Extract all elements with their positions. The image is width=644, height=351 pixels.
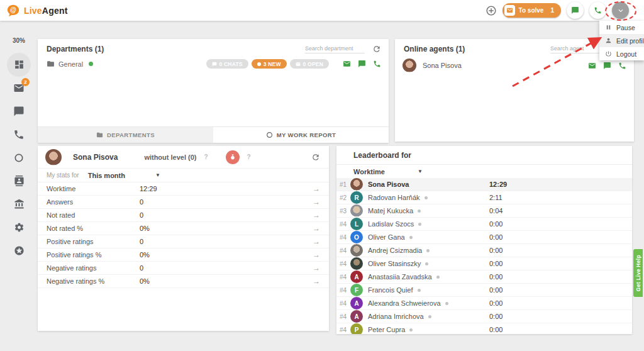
agent-avatar (350, 204, 363, 217)
sidebar-item-settings[interactable] (0, 216, 38, 239)
refresh-icon[interactable] (372, 45, 381, 53)
chats-chip: 0 CHATS (206, 59, 248, 69)
liveagent-logo[interactable]: @ LiveAgent (6, 4, 68, 18)
rank-label: #4 (340, 234, 350, 241)
stat-label: Not rated % (47, 225, 140, 232)
stats-for-label: My stats for (47, 172, 79, 179)
profile-menu-button[interactable] (612, 2, 629, 19)
stat-label: Not rated (47, 211, 140, 219)
worktime-value: 0:04 (489, 207, 502, 214)
worktime-value: 0:00 (489, 299, 502, 307)
help-icon[interactable]: ? (204, 153, 208, 160)
leaderboard-row: #4 L Ladislav Szocs 0:00 (336, 218, 632, 231)
agent-name: Oliver Stasinszky (368, 260, 421, 267)
metric-select[interactable]: Worktime (353, 168, 385, 176)
liveagent-dashboard: @ LiveAgent To solve 1 (0, 0, 644, 351)
worktime-value: 0:00 (489, 313, 502, 320)
stat-row[interactable]: Answers 0 → (38, 196, 329, 209)
stat-row[interactable]: Positive ratings 0 → (38, 235, 329, 248)
leaderboard-panel: Leaderboard for Worktime ▼ #1 Sona Pisov… (336, 146, 632, 334)
stat-value: 0 (140, 264, 313, 272)
search-department-input[interactable] (305, 44, 365, 53)
menu-item-edit-profile[interactable]: Edit profile (599, 34, 644, 47)
rank-label: #4 (340, 247, 350, 254)
sidebar-item-tickets[interactable]: 2 (0, 76, 38, 99)
worktime-value: 2:11 (489, 194, 502, 201)
menu-item-pause[interactable]: Pause (599, 21, 644, 34)
leaderboard-row: #4 F Francois Quief 0:00 (336, 284, 632, 297)
sidebar-item-contacts[interactable] (0, 169, 38, 192)
stat-value: 12:29 (140, 185, 313, 192)
sidebar-item-calls[interactable] (0, 123, 38, 146)
phone-icon[interactable] (373, 60, 381, 68)
usage-indicator: 30% (13, 37, 25, 44)
avatar (45, 149, 62, 165)
stat-value: 0% (140, 251, 313, 259)
stat-row[interactable]: Negative ratings 0 → (38, 262, 329, 275)
dot-icon (257, 62, 261, 66)
mail-icon[interactable] (588, 62, 596, 70)
department-row[interactable]: General 0 CHATS 3 NEW 0 OPEN (38, 56, 389, 72)
menu-item-logout[interactable]: Logout (599, 47, 644, 60)
stats-list: Worktime 12:29 → Answers 0 → Not rated 0… (38, 182, 329, 288)
bank-icon (7, 192, 31, 216)
agent-name: Andrej Csizmadia (368, 247, 422, 254)
rank-label: #4 (340, 260, 350, 267)
worktime-value: 0:00 (489, 233, 502, 241)
worktime-value: 0:00 (489, 247, 502, 254)
stat-label: Answers (47, 198, 140, 206)
status-dot (418, 209, 421, 213)
agent-avatar (350, 178, 363, 191)
to-solve-button[interactable]: To solve 1 (502, 3, 561, 18)
rank-label: #3 (340, 208, 350, 214)
sidebar-item-chats[interactable] (0, 99, 38, 123)
arrow-right-icon: → (313, 250, 320, 259)
agent-avatar: A (350, 297, 363, 309)
stat-row[interactable]: Positive ratings % 0% → (38, 248, 329, 262)
sidebar-item-billing[interactable] (0, 192, 38, 216)
stat-row[interactable]: Negative ratings % 0% → (38, 275, 329, 288)
stat-row[interactable]: Worktime 12:29 → (38, 182, 329, 196)
worktime-value: 0:00 (489, 220, 502, 228)
status-dot (418, 289, 421, 292)
phone-icon[interactable] (618, 62, 626, 70)
to-solve-label: To solve (519, 7, 544, 14)
stat-row[interactable]: Not rated % 0% → (38, 222, 329, 235)
get-live-help-button[interactable]: Get Live Help (633, 249, 643, 297)
chat-icon (571, 6, 579, 14)
agent-avatar: F (350, 284, 363, 296)
sidebar-item-gamification[interactable] (0, 239, 38, 262)
caret-down-icon[interactable]: ▼ (155, 172, 160, 178)
stat-row[interactable]: Not rated 0 → (38, 209, 329, 222)
status-dot (445, 302, 448, 305)
menu-item-label: Logout (616, 50, 636, 58)
help-icon[interactable]: ? (247, 153, 251, 160)
chat-icon[interactable] (603, 62, 611, 70)
agent-name: Ladislav Szocs (368, 220, 414, 228)
agent-name: Sona Pisova (73, 153, 118, 162)
agent-name: Sona Pisova (423, 62, 462, 69)
add-icon[interactable] (486, 5, 497, 16)
stat-label: Worktime (47, 185, 140, 192)
sidebar-item-status[interactable] (0, 146, 38, 169)
panel-title: Departments (1) (47, 45, 305, 53)
gear-icon (7, 216, 31, 240)
tab-my-work-report[interactable]: MY WORK REPORT (213, 127, 389, 143)
status-ring-icon (7, 146, 31, 170)
agent-row[interactable]: Sona Pisova (395, 56, 634, 75)
open-chip: 0 OPEN (290, 59, 329, 69)
refresh-icon[interactable] (311, 153, 320, 162)
new-chip: 3 NEW (252, 59, 287, 69)
mail-icon[interactable] (343, 60, 351, 68)
tab-departments[interactable]: DEPARTMENTS (38, 127, 213, 143)
caret-down-icon[interactable]: ▼ (418, 169, 423, 174)
arrow-right-icon: → (313, 198, 320, 206)
agent-avatar (350, 257, 363, 270)
chats-button[interactable] (567, 2, 584, 19)
sidebar-item-dashboard[interactable] (0, 53, 38, 76)
chat-icon[interactable] (358, 60, 366, 68)
calls-button[interactable] (589, 2, 606, 19)
period-select[interactable]: This month (88, 172, 125, 179)
chevron-down-icon (616, 6, 625, 15)
department-name: General (58, 60, 83, 68)
